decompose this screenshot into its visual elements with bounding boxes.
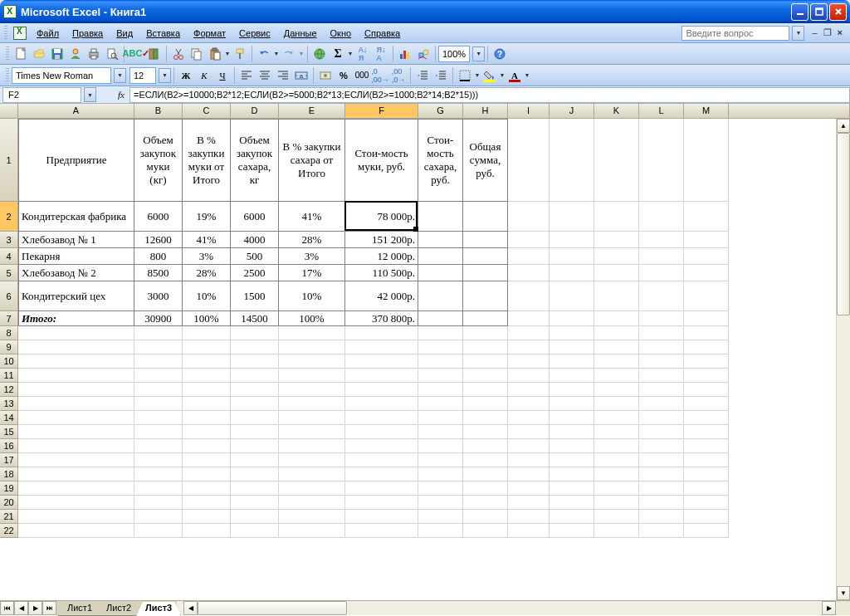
cell-H18[interactable] xyxy=(463,467,508,482)
row-header-20[interactable]: 20 xyxy=(0,496,18,510)
column-header-C[interactable]: C xyxy=(183,104,231,118)
cell-A10[interactable] xyxy=(18,354,134,369)
decrease-decimal-icon[interactable]: ,00,0→ xyxy=(389,66,408,85)
fill-color-dropdown[interactable]: ▼ xyxy=(499,72,506,78)
cell-D18[interactable] xyxy=(231,467,279,482)
column-header-H[interactable]: H xyxy=(463,104,508,118)
cell-F19[interactable] xyxy=(345,482,418,496)
cell-J7[interactable] xyxy=(550,311,594,326)
cell-K21[interactable] xyxy=(594,510,639,524)
cell-H12[interactable] xyxy=(463,383,508,397)
row-header-8[interactable]: 8 xyxy=(0,326,18,340)
cell-H10[interactable] xyxy=(463,354,508,369)
cell-H14[interactable] xyxy=(463,411,508,425)
cell-C12[interactable] xyxy=(183,383,231,397)
cell-C15[interactable] xyxy=(183,425,231,439)
row-header-22[interactable]: 22 xyxy=(0,524,18,538)
column-header-I[interactable]: I xyxy=(508,104,550,118)
font-name-combo[interactable]: Times New Roman xyxy=(12,67,111,84)
cell-F15[interactable] xyxy=(345,425,418,439)
cell-A18[interactable] xyxy=(18,467,134,482)
row-header-1[interactable]: 1 xyxy=(0,119,18,202)
cell-L2[interactable] xyxy=(639,202,684,232)
cell-J1[interactable] xyxy=(550,119,594,202)
name-box[interactable]: F2 xyxy=(2,87,81,103)
next-sheet-button[interactable]: ▶ xyxy=(28,601,42,615)
help-question-dropdown[interactable]: ▼ xyxy=(792,26,804,41)
cell-G20[interactable] xyxy=(418,496,463,510)
cell-F4[interactable]: 12 000р. xyxy=(345,248,418,265)
cell-F9[interactable] xyxy=(345,340,418,354)
row-header-11[interactable]: 11 xyxy=(0,369,18,383)
merge-center-icon[interactable]: a xyxy=(292,66,310,85)
font-name-dropdown[interactable]: ▼ xyxy=(114,68,126,83)
cell-G9[interactable] xyxy=(418,340,463,354)
column-header-D[interactable]: D xyxy=(231,104,279,118)
increase-indent-icon[interactable] xyxy=(432,66,450,85)
mdi-minimize-icon[interactable]: – xyxy=(809,27,819,38)
cell-K10[interactable] xyxy=(594,354,639,369)
percent-icon[interactable]: % xyxy=(335,66,353,85)
paste-icon[interactable] xyxy=(206,45,224,63)
cell-H8[interactable] xyxy=(463,326,508,340)
excel-doc-icon[interactable] xyxy=(13,27,27,40)
toolbar-grip[interactable] xyxy=(6,68,9,83)
menu-file[interactable]: Файл xyxy=(30,26,66,41)
font-color-icon[interactable]: А xyxy=(506,66,524,85)
cell-L10[interactable] xyxy=(639,354,684,369)
cell-A9[interactable] xyxy=(18,340,134,354)
open-icon[interactable] xyxy=(30,45,48,63)
cell-H6[interactable] xyxy=(463,281,508,311)
cell-F12[interactable] xyxy=(345,383,418,397)
cell-I4[interactable] xyxy=(508,248,550,265)
cell-E5[interactable]: 17% xyxy=(279,265,345,281)
help-icon[interactable]: ? xyxy=(491,45,509,63)
cell-E1[interactable]: В % закупки сахара от Итого xyxy=(279,119,345,202)
cell-F20[interactable] xyxy=(345,496,418,510)
cell-C20[interactable] xyxy=(183,496,231,510)
cell-J19[interactable] xyxy=(550,482,594,496)
cell-K12[interactable] xyxy=(594,383,639,397)
cell-B9[interactable] xyxy=(134,340,183,354)
cell-K22[interactable] xyxy=(594,524,639,538)
cell-I9[interactable] xyxy=(508,340,550,354)
cell-C9[interactable] xyxy=(183,340,231,354)
cell-A12[interactable] xyxy=(18,383,134,397)
name-box-dropdown[interactable]: ▼ xyxy=(84,87,96,102)
formula-input[interactable]: =ЕСЛИ(B2>=10000;B2*12;ЕСЛИ(B2>=5000;B2*1… xyxy=(129,87,850,103)
cell-F13[interactable] xyxy=(345,397,418,411)
cell-I16[interactable] xyxy=(508,439,550,453)
cell-D6[interactable]: 1500 xyxy=(231,281,279,311)
cell-L6[interactable] xyxy=(639,281,684,311)
cell-D5[interactable]: 2500 xyxy=(231,265,279,281)
cell-K1[interactable] xyxy=(594,119,639,202)
toolbar-grip[interactable] xyxy=(4,26,7,41)
cell-J9[interactable] xyxy=(550,340,594,354)
cell-I13[interactable] xyxy=(508,397,550,411)
cell-D22[interactable] xyxy=(231,524,279,538)
permission-icon[interactable] xyxy=(66,45,85,63)
cell-B2[interactable]: 6000 xyxy=(134,202,183,232)
cell-M21[interactable] xyxy=(684,510,729,524)
cell-B7[interactable]: 30900 xyxy=(134,311,183,326)
cell-D8[interactable] xyxy=(231,326,279,340)
cell-I5[interactable] xyxy=(508,265,550,281)
cell-F6[interactable]: 42 000р. xyxy=(345,281,418,311)
cell-H5[interactable] xyxy=(463,265,508,281)
cell-C5[interactable]: 28% xyxy=(183,265,231,281)
cell-E11[interactable] xyxy=(279,369,345,383)
cell-L17[interactable] xyxy=(639,453,684,467)
row-header-3[interactable]: 3 xyxy=(0,232,18,248)
cell-I12[interactable] xyxy=(508,383,550,397)
cell-C13[interactable] xyxy=(183,397,231,411)
cell-L9[interactable] xyxy=(639,340,684,354)
cell-I11[interactable] xyxy=(508,369,550,383)
cell-F1[interactable]: Стои-мость муки, руб. xyxy=(345,119,418,202)
cell-A14[interactable] xyxy=(18,411,134,425)
cell-L12[interactable] xyxy=(639,383,684,397)
zoom-combo[interactable]: 100% xyxy=(438,46,470,62)
cell-G7[interactable] xyxy=(418,311,463,326)
cell-G12[interactable] xyxy=(418,383,463,397)
row-header-13[interactable]: 13 xyxy=(0,397,18,411)
row-header-19[interactable]: 19 xyxy=(0,482,18,496)
